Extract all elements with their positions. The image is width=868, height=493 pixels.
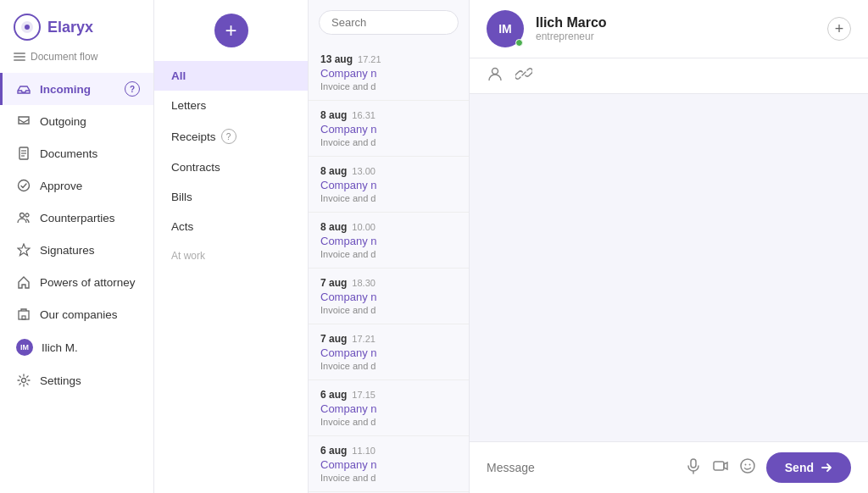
doc-date: 7 aug (320, 333, 347, 345)
svg-point-11 (20, 213, 25, 218)
counterparties-label: Counterparties (40, 212, 140, 224)
doc-panel-header: + (154, 0, 308, 61)
doc-date: 6 aug (320, 389, 347, 401)
svg-rect-3 (14, 53, 25, 54)
doc-date: 8 aug (320, 221, 347, 233)
doc-time: 16.31 (352, 110, 376, 120)
app-name: Elaryx (47, 19, 93, 36)
search-container (309, 0, 469, 45)
home-icon (16, 274, 31, 290)
doc-name: Company n (320, 346, 457, 359)
list-item[interactable]: 6 aug 11.10 Company n Invoice and d (309, 436, 469, 492)
svg-rect-5 (14, 59, 25, 61)
category-bills[interactable]: Bills (154, 182, 308, 212)
doc-time: 10.00 (352, 222, 376, 232)
subtitle-label: Document flow (31, 51, 97, 63)
gear-icon (16, 373, 31, 388)
chat-panel: IM Ilich Marco entrepreneur + (470, 0, 868, 493)
category-all[interactable]: All (154, 61, 308, 91)
list-item[interactable]: 7 aug 17.21 Company n Invoice and d (309, 324, 469, 380)
add-button[interactable]: + (214, 14, 248, 47)
chat-footer-icons (685, 457, 756, 479)
outbox-icon (16, 114, 31, 129)
doc-categories-panel: + All Letters Receipts ? Contracts Bills… (154, 0, 309, 493)
category-contracts[interactable]: Contracts (154, 152, 308, 182)
doc-name: Company n (320, 291, 457, 303)
sidebar-item-signatures[interactable]: Signatures (0, 234, 153, 266)
doc-name: Company n (320, 67, 457, 80)
logo-icon (14, 14, 41, 41)
document-icon (16, 146, 31, 161)
list-item[interactable]: 8 aug 13.00 Company n Invoice and d (309, 157, 469, 213)
sidebar-item-companies[interactable]: Our companies (0, 298, 153, 330)
incoming-label: Incoming (40, 83, 116, 96)
sidebar-item-settings[interactable]: Settings (0, 364, 153, 396)
star-icon (16, 242, 31, 258)
doc-time: 17.15 (352, 390, 376, 400)
svg-point-17 (492, 69, 498, 75)
list-item[interactable]: 6 aug 17.15 Company n Invoice and d (309, 380, 469, 436)
chat-role: entrepreneur (536, 30, 815, 42)
category-bills-label: Bills (171, 191, 192, 203)
doc-time: 11.10 (352, 446, 376, 456)
emoji-icon[interactable] (739, 457, 756, 479)
category-receipts[interactable]: Receipts ? (154, 120, 308, 152)
chat-header: IM Ilich Marco entrepreneur + (470, 0, 868, 58)
list-item[interactable]: 8 aug 16.31 Company n Invoice and d (309, 101, 469, 157)
category-contracts-label: Contracts (171, 161, 220, 174)
list-item[interactable]: 7 aug 18.30 Company n Invoice and d (309, 269, 469, 324)
video-icon[interactable] (712, 457, 729, 479)
sidebar-item-documents[interactable]: Documents (0, 137, 153, 169)
link-icon[interactable] (515, 65, 532, 86)
svg-point-12 (25, 213, 29, 217)
approve-icon (16, 178, 31, 193)
category-acts[interactable]: Acts (154, 212, 308, 241)
section-atwork: At work (154, 241, 308, 270)
doc-desc: Invoice and d (320, 305, 457, 315)
list-item[interactable]: 8 aug 10.00 Company n Invoice and d (309, 213, 469, 269)
doc-categories: All Letters Receipts ? Contracts Bills A… (154, 61, 308, 270)
doc-desc: Invoice and d (320, 193, 457, 203)
doc-name: Company n (320, 402, 457, 415)
category-all-label: All (171, 69, 186, 82)
microphone-icon[interactable] (685, 457, 702, 479)
chat-username: Ilich Marco (536, 15, 815, 30)
signatures-label: Signatures (40, 244, 140, 257)
counterparties-icon (16, 210, 31, 225)
send-button[interactable]: Send (766, 452, 851, 483)
incoming-badge: ? (125, 81, 140, 97)
building-icon (16, 307, 31, 322)
sidebar: Elaryx Document flow Incoming ? Outgoing (0, 0, 154, 493)
category-acts-label: Acts (171, 220, 193, 233)
sidebar-item-ilich[interactable]: IM Ilich M. (0, 330, 153, 364)
search-input[interactable] (319, 10, 459, 35)
svg-rect-20 (714, 462, 724, 470)
sidebar-nav: Incoming ? Outgoing Documents Approve (0, 73, 153, 493)
inbox-icon (16, 81, 31, 97)
sidebar-item-incoming[interactable]: Incoming ? (0, 73, 153, 105)
chat-avatar-initials: IM (498, 22, 512, 36)
doc-date: 8 aug (320, 165, 347, 177)
send-arrow-icon (821, 462, 832, 474)
approve-label: Approve (40, 180, 140, 192)
message-input[interactable] (487, 461, 675, 474)
chat-toolbar (470, 58, 868, 94)
doc-desc: Invoice and d (320, 361, 457, 371)
list-item[interactable]: 13 aug 17.21 Company n Invoice and d (309, 45, 469, 101)
svg-rect-18 (691, 459, 696, 468)
category-letters[interactable]: Letters (154, 91, 308, 120)
profile-icon[interactable] (487, 65, 504, 86)
sidebar-item-approve[interactable]: Approve (0, 169, 153, 202)
doc-desc: Invoice and d (320, 473, 457, 483)
sidebar-item-outgoing[interactable]: Outgoing (0, 105, 153, 137)
svg-rect-14 (19, 311, 29, 319)
settings-label: Settings (40, 374, 140, 387)
companies-label: Our companies (40, 308, 140, 321)
sidebar-item-counterparties[interactable]: Counterparties (0, 202, 153, 234)
chat-add-button[interactable]: + (827, 17, 851, 41)
chat-messages (470, 94, 868, 441)
chat-footer: Send (470, 441, 868, 493)
doc-time: 18.30 (352, 278, 376, 288)
receipts-badge: ? (221, 129, 236, 144)
sidebar-item-powers[interactable]: Powers of attorney (0, 266, 153, 298)
